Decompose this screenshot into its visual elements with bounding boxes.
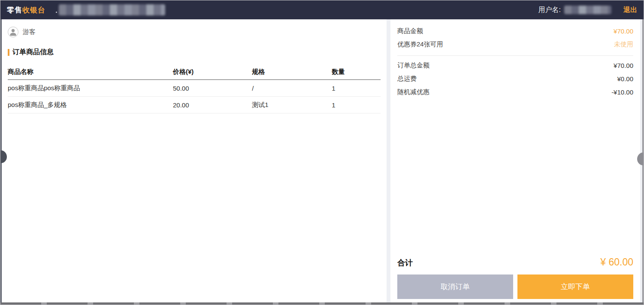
redacted-username [564, 6, 611, 14]
customer-name: 游客 [23, 28, 36, 36]
order-info-section-title: 订单商品信息 [8, 48, 381, 57]
username-label: 用户名: [538, 6, 561, 15]
col-header-price: 价格(¥) [173, 68, 252, 76]
top-bar-right: 用户名: 退出 [538, 6, 637, 15]
goods-table-header: 商品名称 价格(¥) 规格 数量 [8, 64, 381, 80]
app-title-primary: 零售 [7, 6, 22, 14]
panel-gutter [387, 19, 390, 302]
cell-price: 20.00 [173, 101, 252, 109]
cancel-order-button[interactable]: 取消订单 [397, 274, 513, 299]
cell-price: 50.00 [173, 85, 252, 92]
summary-divider [397, 55, 633, 56]
goods-amount-label: 商品金额 [397, 27, 423, 35]
shipping-label: 总运费 [397, 75, 417, 83]
coupon-row[interactable]: 优惠券24张可用 未使用 [397, 38, 633, 51]
col-header-spec: 规格 [252, 68, 332, 76]
app-title-accent: 收银台 [22, 6, 45, 14]
app-title: 零售收银台 [7, 5, 45, 15]
col-header-name: 商品名称 [8, 68, 173, 76]
main-area: 游客 订单商品信息 商品名称 价格(¥) 规格 数量 pos称重商品pos称重商… [0, 19, 644, 302]
shipping-value: ¥0.00 [617, 75, 633, 82]
random-discount-label: 随机减优惠 [397, 88, 429, 96]
guest-avatar-icon [8, 27, 18, 37]
order-total-value: ¥70.00 [614, 62, 633, 69]
shipping-row: 总运费 ¥0.00 [397, 72, 633, 85]
table-row: pos称重商品_多规格 20.00 测试1 1 [8, 97, 381, 113]
pos-window: 零售收银台 用户名: 退出 游客 订单商品信 [0, 0, 644, 305]
bottom-window-edge [0, 302, 644, 305]
top-bar: 零售收银台 用户名: 退出 [0, 0, 644, 19]
order-summary-panel: 商品金额 ¥70.00 优惠券24张可用 未使用 订单总金额 ¥70.00 总运… [390, 19, 640, 302]
grand-total-label: 合计 [397, 258, 413, 268]
action-buttons: 取消订单 立即下单 [397, 274, 633, 299]
goods-amount-row: 商品金额 ¥70.00 [397, 24, 633, 38]
grand-total-value: ¥ 60.00 [600, 256, 633, 268]
grand-total-row: 合计 ¥ 60.00 [397, 256, 633, 268]
cell-product-name: pos称重商品_多规格 [8, 101, 173, 109]
coupon-label: 优惠券24张可用 [397, 40, 443, 49]
order-items-panel: 游客 订单商品信息 商品名称 价格(¥) 规格 数量 pos称重商品pos称重商… [2, 19, 387, 302]
store-name-dot [56, 12, 57, 13]
cell-qty: 1 [332, 101, 381, 109]
coupon-status[interactable]: 未使用 [614, 40, 633, 49]
section-title-text: 订单商品信息 [12, 48, 54, 57]
goods-amount-value: ¥70.00 [614, 27, 633, 35]
table-row: pos称重商品pos称重商品 50.00 / 1 [8, 80, 381, 97]
cell-product-name: pos称重商品pos称重商品 [8, 84, 173, 92]
random-discount-row: 随机减优惠 -¥10.00 [397, 85, 633, 99]
redacted-store-name [59, 4, 165, 15]
flex-spacer [397, 99, 633, 256]
section-accent-bar [8, 49, 9, 56]
random-discount-value: -¥10.00 [611, 88, 633, 96]
order-total-label: 订单总金额 [397, 61, 429, 70]
col-header-qty: 数量 [332, 68, 381, 76]
logout-button[interactable]: 退出 [623, 6, 637, 15]
goods-table: 商品名称 价格(¥) 规格 数量 pos称重商品pos称重商品 50.00 / … [8, 64, 381, 113]
cell-spec: 测试1 [252, 101, 332, 109]
customer-row[interactable]: 游客 [8, 27, 381, 37]
cell-qty: 1 [332, 85, 381, 92]
submit-order-button[interactable]: 立即下单 [517, 274, 633, 299]
order-total-row: 订单总金额 ¥70.00 [397, 59, 633, 72]
cell-spec: / [252, 85, 332, 92]
